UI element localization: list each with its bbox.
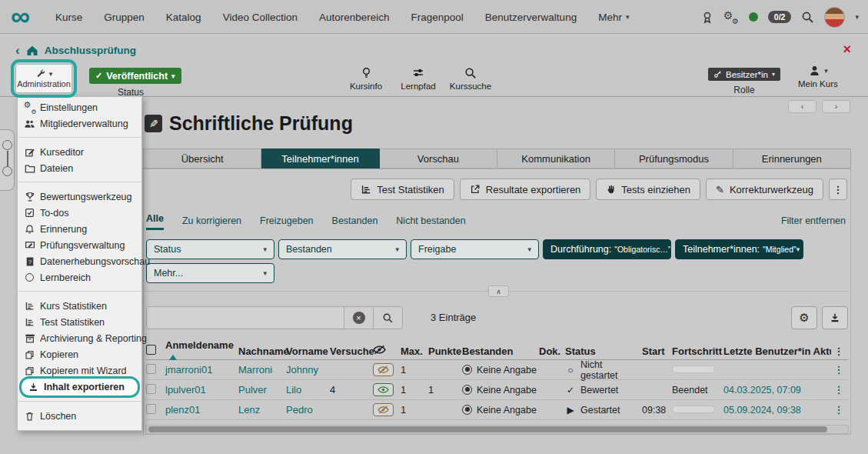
filter-tab-freizugeben[interactable]: Freizugeben [260,215,314,230]
filter-tab-nicht-bestanden[interactable]: Nicht bestanden [396,215,465,230]
status-filter-dropdown[interactable]: Status ▾ [146,239,274,259]
user-avatar[interactable] [824,7,845,28]
resultate-exportieren-button[interactable]: Resultate exportieren [460,179,591,200]
chevron-down-icon[interactable]: ▾ [855,13,859,21]
vorname-link[interactable]: Pedro [286,404,330,416]
menu-item-dateien[interactable]: Dateien [18,160,141,176]
col-vorname[interactable]: Vorname [286,346,330,357]
col-max[interactable]: Max. [401,346,428,357]
vorname-link[interactable]: Johnny [286,364,330,376]
durchfuehrung-filter-dropdown[interactable]: Durchführung: "Obligatorisc…" ▾ [543,239,671,259]
table-row[interactable]: lpulver01 Pulver Lilo 4 1 1 Keine Angabe… [146,380,848,400]
pager-previous-button[interactable]: ‹ [788,100,816,113]
tab-erinnerungen[interactable]: Erinnerungen [733,149,851,169]
menu-item-todos[interactable]: To-dos [18,205,141,221]
mehr-filter-dropdown[interactable]: Mehr... ▾ [146,263,274,283]
tab-kommunikation[interactable]: Kommunikation [497,149,615,169]
tab-teilnehmerinnen[interactable]: Teilnehmer*innen [261,149,379,169]
row-checkbox[interactable] [146,364,156,374]
search-button[interactable] [373,307,402,329]
collapse-filters-button[interactable]: ∧ [488,285,509,297]
table-settings-button[interactable]: ⚙ [791,306,817,329]
filter-tab-alle[interactable]: Alle [146,213,164,230]
select-all-checkbox[interactable] [146,345,156,355]
col-versuche[interactable]: Versuche [330,346,373,357]
lernpfad-button[interactable]: Lernpfad [398,67,438,91]
administration-button[interactable]: ▾ Administration [15,64,72,93]
anmeldename-link[interactable]: lpulver01 [165,384,238,396]
row-checkbox[interactable] [146,404,156,414]
topnav-item-benutzerverwaltung[interactable]: Benutzerverwaltung [485,12,577,23]
test-statistiken-button[interactable]: Test Statistiken [351,179,454,200]
nachname-link[interactable]: Pulver [238,384,286,396]
topnav-item-more[interactable]: Mehr ▾ [598,12,629,23]
col-dok[interactable]: Dok. [539,346,565,357]
more-actions-button[interactable]: ⋮ [829,179,847,200]
kursinfo-button[interactable]: Kursinfo [346,67,386,91]
col-start[interactable]: Start [642,346,672,357]
row-menu-button[interactable]: ⋮ [831,404,846,416]
eye-open-badge[interactable] [373,383,394,396]
col-visibility[interactable] [373,345,401,357]
menu-item-inhalt-exportieren[interactable]: Inhalt exportieren [22,379,138,396]
tab-pruefungsmodus[interactable]: Prüfungsmodus [615,149,733,169]
my-course-menu[interactable]: ▾ Mein Kurs [798,65,838,88]
search-icon[interactable] [801,11,814,24]
horizontal-scrollbar[interactable] [145,425,849,434]
menu-item-loeschen[interactable]: Löschen [18,408,141,424]
close-icon[interactable]: × [843,42,851,56]
korrekturwerkzeug-button[interactable]: ✎ Korrekturwerkzeug [706,179,823,200]
col-anmeldename[interactable]: Anmeldename [165,339,238,362]
breadcrumb-course-title[interactable]: Abschlussprüfung [45,45,136,56]
filter-entfernen-link[interactable]: Filter entfernen [781,215,846,230]
menu-item-lernbereich[interactable]: Lernbereich [18,269,141,285]
back-chevron-icon[interactable]: ‹ [15,45,20,56]
role-owner-button[interactable]: Besitzer*in ▾ [708,68,780,81]
row-checkbox[interactable] [146,384,156,394]
col-status[interactable]: Status [565,346,642,357]
tab-vorschau[interactable]: Vorschau [380,149,497,169]
row-menu-button[interactable]: ⋮ [831,364,846,376]
scrollbar-thumb[interactable] [148,426,827,432]
table-row[interactable]: jmarroni01 Marroni Johnny 1 Keine Angabe… [146,360,848,380]
col-letzte-aktualisierung[interactable]: Letzte Benutzer*in Aktua [723,346,831,357]
row-menu-button[interactable]: ⋮ [831,384,846,396]
menu-item-test-statistiken[interactable]: Test Statistiken [18,314,141,330]
tab-uebersicht[interactable]: Übersicht [143,149,261,169]
clear-search-button[interactable]: × [344,307,373,329]
published-status-button[interactable]: ✓ Veröffentlicht ▾ [89,68,181,84]
filter-tab-bestanden[interactable]: Bestanden [332,215,378,230]
menu-item-kurseditor[interactable]: Kurseditor [18,144,141,160]
topnav-item-gruppen[interactable]: Gruppen [104,12,145,23]
search-input[interactable] [147,307,344,329]
bestanden-filter-dropdown[interactable]: Bestanden ▾ [278,239,407,259]
menu-item-mitgliederverwaltung[interactable]: Mitgliederverwaltung [18,115,141,132]
kurssuche-button[interactable]: Kurssuche [451,67,491,91]
eye-slash-badge[interactable] [373,363,394,376]
menu-item-datenerhebungsvorschau[interactable]: ? Datenerhebungsvorschau [18,253,141,269]
tests-einziehen-button[interactable]: Tests einziehen [596,179,700,200]
nachname-link[interactable]: Lenz [238,404,286,416]
col-bestanden[interactable]: Bestanden [462,346,539,357]
menu-item-archivierung-reporting[interactable]: Archivierung & Reporting [18,330,141,346]
vorname-link[interactable]: Lilo [286,384,330,396]
menu-item-einstellungen[interactable]: ⚙⚙ Einstellungen [18,99,141,115]
topnav-item-kurse[interactable]: Kurse [55,12,82,23]
online-status-dot[interactable] [749,12,758,22]
menu-item-pruefungsverwaltung[interactable]: Prüfungsverwaltung [18,237,141,253]
teilnehmer-filter-dropdown[interactable]: Teilnehmer*innen: "Mitglied" ▾ [675,239,803,259]
eye-slash-badge[interactable] [373,403,394,416]
table-row[interactable]: plenz01 Lenz Pedro 1 Keine Angabe ▶Gesta… [146,400,848,420]
administration-gears-icon[interactable]: ⚙⚙ [723,10,739,24]
openolat-logo-infinity-icon[interactable]: ∞ [11,0,30,35]
anmeldename-link[interactable]: jmarroni01 [165,364,238,376]
table-download-button[interactable] [822,306,848,329]
menu-item-bewertungswerkzeug[interactable]: Bewertungswerkzeug [18,189,141,205]
menu-item-kopieren[interactable]: Kopieren [18,346,141,362]
anmeldename-link[interactable]: plenz01 [165,404,238,416]
col-nachname[interactable]: Nachname [238,346,286,357]
topnav-item-katalog[interactable]: Katalog [166,12,201,23]
qualification-medal-icon[interactable] [701,11,713,24]
topnav-item-autorenbereich[interactable]: Autorenbereich [319,12,390,23]
menu-item-erinnerung[interactable]: Erinnerung [18,221,141,237]
